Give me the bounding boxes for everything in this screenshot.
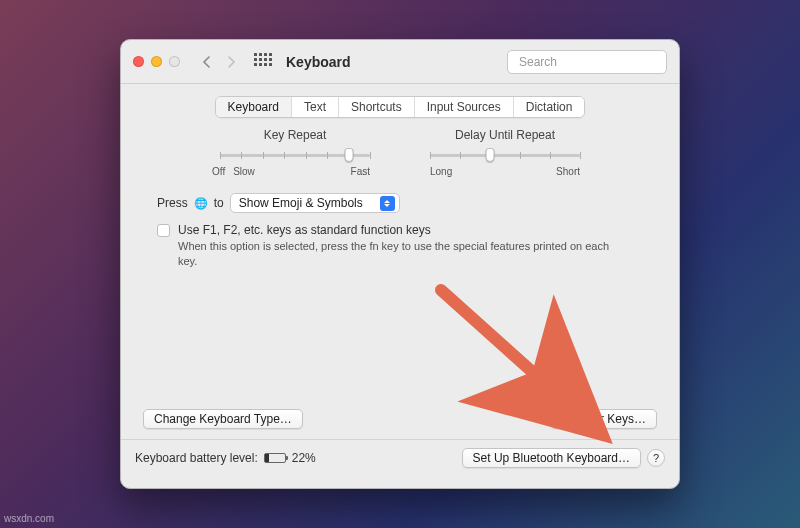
battery-percent: 22% bbox=[292, 451, 316, 465]
window-controls bbox=[133, 56, 180, 67]
titlebar: Keyboard bbox=[121, 40, 679, 84]
delay-repeat-thumb[interactable] bbox=[486, 148, 495, 162]
close-button[interactable] bbox=[133, 56, 144, 67]
press-label-prefix: Press bbox=[157, 196, 188, 210]
battery-label: Keyboard battery level: bbox=[135, 451, 258, 465]
watermark-text: wsxdn.com bbox=[4, 513, 54, 524]
press-label-suffix: to bbox=[214, 196, 224, 210]
forward-button[interactable] bbox=[220, 51, 242, 73]
content-pane: Keyboard Text Shortcuts Input Sources Di… bbox=[121, 84, 679, 488]
battery-icon bbox=[264, 453, 286, 463]
key-repeat-legend-off: Off bbox=[212, 166, 225, 177]
delay-repeat-slider[interactable] bbox=[430, 148, 580, 164]
back-button[interactable] bbox=[196, 51, 218, 73]
search-input[interactable] bbox=[519, 55, 669, 69]
minimize-button[interactable] bbox=[151, 56, 162, 67]
key-repeat-thumb[interactable] bbox=[344, 148, 353, 162]
delay-repeat-legend-long: Long bbox=[430, 166, 452, 177]
select-stepper-icon bbox=[380, 196, 395, 211]
key-repeat-label: Key Repeat bbox=[220, 128, 370, 142]
key-repeat-group: Key Repeat Off Slow bbox=[220, 128, 370, 177]
help-button[interactable]: ? bbox=[647, 449, 665, 467]
tab-text[interactable]: Text bbox=[292, 97, 339, 117]
zoom-button[interactable] bbox=[169, 56, 180, 67]
globe-icon: 🌐 bbox=[194, 197, 208, 210]
press-globe-row: Press 🌐 to Show Emoji & Symbols bbox=[157, 193, 643, 213]
fn-keys-label: Use F1, F2, etc. keys as standard functi… bbox=[178, 223, 618, 237]
key-repeat-legend-slow: Slow bbox=[233, 166, 255, 177]
search-field[interactable] bbox=[507, 50, 667, 74]
setup-bluetooth-keyboard-button[interactable]: Set Up Bluetooth Keyboard… bbox=[462, 448, 641, 468]
globe-action-value: Show Emoji & Symbols bbox=[239, 196, 363, 210]
delay-repeat-group: Delay Until Repeat Long Short bbox=[430, 128, 580, 177]
show-all-prefs-button[interactable] bbox=[254, 53, 272, 71]
delay-repeat-legend-short: Short bbox=[556, 166, 580, 177]
chevron-right-icon bbox=[226, 56, 236, 68]
preferences-window: Keyboard Keyboard Text Shortcuts Input S… bbox=[120, 39, 680, 489]
modifier-keys-button[interactable]: Modifier Keys… bbox=[550, 409, 657, 429]
footer-row: Keyboard battery level: 22% Set Up Bluet… bbox=[135, 448, 665, 468]
tab-keyboard[interactable]: Keyboard bbox=[216, 97, 292, 117]
tab-input-sources[interactable]: Input Sources bbox=[415, 97, 514, 117]
key-repeat-slider[interactable] bbox=[220, 148, 370, 164]
keyboard-action-buttons: Change Keyboard Type… Modifier Keys… bbox=[143, 409, 657, 429]
chevron-left-icon bbox=[202, 56, 212, 68]
key-repeat-legend-fast: Fast bbox=[351, 166, 370, 177]
fn-keys-row: Use F1, F2, etc. keys as standard functi… bbox=[157, 223, 643, 269]
tab-bar: Keyboard Text Shortcuts Input Sources Di… bbox=[215, 96, 586, 118]
delay-repeat-label: Delay Until Repeat bbox=[430, 128, 580, 142]
window-title: Keyboard bbox=[286, 54, 351, 70]
nav-buttons bbox=[196, 51, 242, 73]
slider-row: Key Repeat Off Slow bbox=[121, 128, 679, 177]
tab-shortcuts[interactable]: Shortcuts bbox=[339, 97, 415, 117]
divider bbox=[121, 439, 679, 440]
fn-keys-checkbox[interactable] bbox=[157, 224, 170, 237]
fn-keys-description: When this option is selected, press the … bbox=[178, 239, 618, 269]
change-keyboard-type-button[interactable]: Change Keyboard Type… bbox=[143, 409, 303, 429]
tab-dictation[interactable]: Dictation bbox=[514, 97, 585, 117]
globe-action-select[interactable]: Show Emoji & Symbols bbox=[230, 193, 400, 213]
